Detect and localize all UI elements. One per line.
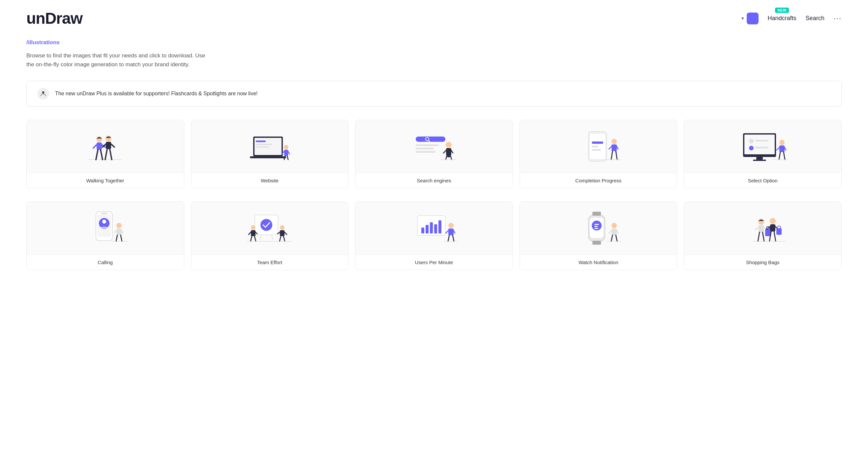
banner-text: The new unDraw Plus is available for sup… [55, 91, 258, 97]
svg-line-6 [96, 150, 98, 160]
card-website[interactable]: Website [191, 120, 349, 188]
svg-line-63 [779, 152, 780, 160]
card-label: Calling [27, 255, 184, 270]
svg-line-120 [617, 230, 618, 233]
card-team-effort[interactable]: Team Effort [191, 202, 349, 270]
svg-rect-112 [592, 241, 601, 245]
svg-line-34 [443, 150, 446, 153]
svg-point-32 [446, 142, 452, 148]
illustration-team-effort [191, 202, 348, 255]
svg-rect-45 [612, 145, 617, 151]
svg-rect-70 [101, 213, 107, 214]
svg-rect-42 [592, 146, 598, 147]
svg-rect-96 [421, 227, 424, 234]
svg-line-4 [93, 145, 97, 148]
svg-line-48 [611, 151, 613, 160]
handcrafts-nav-item: NEW Handcrafts [768, 15, 797, 22]
more-menu-button[interactable]: ··· [834, 14, 842, 23]
svg-line-46 [609, 147, 612, 149]
svg-line-7 [100, 150, 102, 160]
search-link[interactable]: Search [806, 15, 825, 22]
svg-point-79 [260, 219, 272, 231]
svg-point-71 [116, 223, 122, 228]
svg-line-62 [784, 147, 786, 150]
card-label: Walking Together [27, 173, 184, 188]
svg-line-81 [271, 235, 273, 240]
svg-line-128 [758, 232, 760, 241]
illustration-grid-row1: Walking Together W [0, 120, 868, 202]
svg-rect-19 [250, 156, 286, 158]
svg-rect-54 [753, 160, 766, 161]
svg-rect-33 [446, 148, 451, 155]
svg-rect-125 [758, 225, 764, 232]
illustration-shopping-bags [684, 202, 841, 255]
svg-point-101 [448, 223, 454, 228]
svg-rect-52 [744, 134, 775, 154]
svg-point-69 [102, 220, 106, 224]
svg-rect-57 [755, 140, 769, 142]
svg-rect-115 [594, 226, 598, 227]
new-badge: NEW [775, 8, 788, 13]
svg-line-24 [284, 156, 285, 160]
svg-rect-137 [776, 228, 782, 235]
logo[interactable]: unDraw [26, 9, 83, 27]
svg-line-13 [110, 149, 112, 160]
color-picker[interactable]: ▼ [741, 12, 758, 24]
svg-line-35 [451, 150, 453, 153]
illustration-watch-notification [520, 202, 677, 255]
svg-line-126 [755, 227, 758, 230]
svg-point-117 [612, 223, 617, 228]
handcrafts-link[interactable]: Handcrafts [768, 15, 797, 22]
illustration-search-engines [355, 120, 513, 173]
svg-rect-111 [592, 212, 601, 216]
svg-point-0 [42, 91, 44, 94]
promo-banner[interactable]: The new unDraw Plus is available for sup… [26, 81, 842, 106]
illustration-users-per-minute [355, 202, 513, 255]
svg-rect-41 [592, 142, 603, 144]
illustration-walking-together [27, 120, 184, 173]
card-label: Shopping Bags [684, 255, 841, 270]
svg-rect-58 [755, 147, 769, 148]
svg-point-131 [770, 218, 776, 224]
svg-rect-89 [280, 230, 284, 236]
svg-rect-53 [756, 157, 763, 160]
svg-line-93 [283, 236, 285, 241]
card-label: Search engines [355, 173, 513, 188]
card-label: Website [191, 173, 348, 188]
svg-line-122 [616, 235, 617, 241]
svg-line-11 [111, 144, 114, 147]
card-search-engines[interactable]: Search engines [355, 120, 513, 188]
breadcrumb: /illustrations [26, 39, 842, 46]
svg-rect-100 [438, 220, 441, 234]
card-calling[interactable]: Calling [26, 202, 184, 270]
svg-rect-16 [256, 141, 266, 142]
card-select-option[interactable]: Select Option [684, 120, 842, 188]
svg-line-119 [609, 230, 612, 233]
svg-rect-18 [256, 147, 269, 148]
card-label: Users Per Minute [355, 255, 513, 270]
svg-line-104 [454, 230, 455, 233]
svg-point-2 [96, 136, 102, 142]
svg-line-73 [114, 230, 116, 233]
svg-point-56 [749, 146, 754, 150]
svg-rect-26 [416, 136, 445, 142]
svg-line-25 [287, 156, 288, 160]
color-swatch[interactable] [747, 12, 758, 24]
svg-line-47 [617, 147, 618, 149]
card-walking-together[interactable]: Walking Together [26, 120, 184, 188]
card-label: Team Effort [191, 255, 348, 270]
card-watch-notification[interactable]: Watch Notification [520, 202, 678, 270]
svg-point-44 [612, 139, 617, 144]
svg-rect-116 [594, 228, 598, 229]
svg-line-91 [284, 232, 287, 235]
card-completion-progress[interactable]: Completion Progress [520, 120, 678, 188]
svg-line-61 [777, 147, 779, 150]
svg-point-113 [592, 221, 601, 230]
svg-rect-98 [430, 222, 433, 234]
svg-line-49 [616, 151, 617, 160]
svg-line-84 [249, 232, 251, 235]
card-users-per-minute[interactable]: Users Per Minute [355, 202, 513, 270]
svg-point-82 [251, 225, 255, 230]
hero-description: Browse to find the images that fit your … [26, 51, 211, 69]
card-shopping-bags[interactable]: Shopping Bags [684, 202, 842, 270]
